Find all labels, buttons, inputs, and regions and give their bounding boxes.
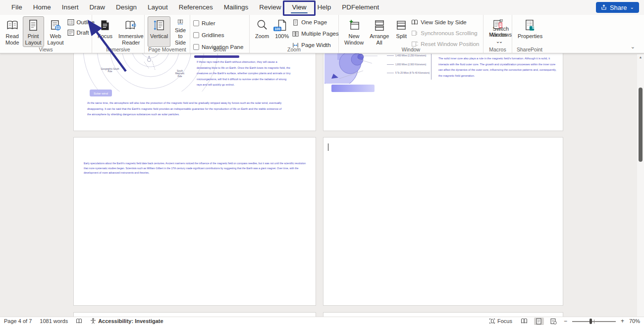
share-caret-icon xyxy=(630,4,634,11)
web-layout-label: Web Layout xyxy=(48,33,64,46)
draft-label: Draft xyxy=(77,30,89,36)
share-button[interactable]: Share xyxy=(596,2,639,13)
page-indicator[interactable]: Page 4 of 7 xyxy=(4,318,32,324)
side-to-side-icon xyxy=(174,19,187,26)
read-mode-mini-icon xyxy=(521,318,528,324)
one-page-label: One Page xyxy=(301,19,327,25)
document-canvas[interactable]: Geographic South Pole South Magnetic Pol… xyxy=(0,53,637,317)
zoom-out-button[interactable] xyxy=(564,318,567,325)
print-layout-button[interactable]: Print Layout xyxy=(23,16,44,47)
document-page-6[interactable] xyxy=(323,312,563,317)
new-window-button[interactable]: New Window xyxy=(342,16,366,47)
proofing-status[interactable] xyxy=(76,318,82,324)
focus-label: Focus xyxy=(98,33,112,40)
ruler-label: Ruler xyxy=(202,20,215,26)
layer-label-row: 1,800 Miles (2,900 Kilometers) xyxy=(387,63,426,66)
tab-mailings[interactable]: Mailings xyxy=(218,0,254,15)
zoom-100-button[interactable]: 100 100% xyxy=(272,16,291,47)
properties-button[interactable]: S Properties xyxy=(515,16,545,47)
multiple-pages-icon xyxy=(292,31,299,37)
page3-paragraph: Early speculations about the Earth's mag… xyxy=(84,161,310,176)
zoom-in-button[interactable] xyxy=(621,318,624,325)
tab-review[interactable]: Review xyxy=(254,0,286,15)
document-page-5[interactable] xyxy=(73,312,316,317)
arrange-all-button[interactable]: Arrange All xyxy=(367,16,391,47)
layer-label-row: 5 To 25 Miles (8 To 40 Kilometers) xyxy=(387,72,429,74)
sharepoint-badge: S xyxy=(530,25,536,31)
web-layout-view-button[interactable] xyxy=(549,318,559,325)
read-mode-view-button[interactable] xyxy=(519,318,529,325)
tab-layout[interactable]: Layout xyxy=(142,0,173,15)
page-movement-group-label: Page Movement xyxy=(145,46,190,52)
synchronous-scrolling-icon xyxy=(411,30,418,37)
accessibility-person-icon xyxy=(90,318,96,324)
focus-button[interactable]: Focus xyxy=(95,16,115,47)
document-page-3[interactable]: Early speculations about the Earth's mag… xyxy=(73,137,316,306)
tab-pdfelement[interactable]: PDFelement xyxy=(336,0,384,15)
layer-label-2: 1,800 Miles (2,900 Kilometers) xyxy=(395,63,426,66)
one-page-button[interactable]: One Page xyxy=(292,18,338,27)
sharepoint-group-label: SharePoint xyxy=(512,46,547,52)
zoom-100-badge: 100 xyxy=(273,27,281,31)
earth-core-diagram xyxy=(324,53,381,84)
ribbon: Read Mode Print Layout Web Layout Outlin… xyxy=(0,15,644,53)
vertical-button[interactable]: Vertical xyxy=(148,16,170,47)
ribbon-collapse-chevron-icon[interactable] xyxy=(631,44,635,50)
immersive-reader-button[interactable]: Immersive Reader xyxy=(116,16,146,47)
focus-status-icon xyxy=(489,318,495,324)
split-icon xyxy=(395,19,408,32)
ribbon-group-macros: Macros Macros xyxy=(483,15,512,53)
macros-icon xyxy=(491,19,504,30)
draft-button[interactable]: Draft xyxy=(67,28,95,37)
web-layout-mini-icon xyxy=(550,318,557,325)
zoom-button[interactable]: Zoom xyxy=(253,16,271,47)
ribbon-group-immersive: Focus Immersive Reader Immersive xyxy=(92,15,145,53)
ribbon-group-window: New Window Arrange All Split View Side b… xyxy=(339,15,483,53)
tab-help[interactable]: Help xyxy=(312,0,337,15)
document-page-2[interactable]: 1,400 Miles (2,250 Kilometers) 1,800 Mil… xyxy=(323,53,563,131)
tab-home[interactable]: Home xyxy=(28,0,56,15)
document-page-1[interactable]: Geographic South Pole South Magnetic Pol… xyxy=(73,53,316,131)
gridlines-label: Gridlines xyxy=(202,32,224,38)
outline-button[interactable]: Outline xyxy=(67,18,95,27)
tab-references[interactable]: References xyxy=(173,0,218,15)
split-label: Split xyxy=(396,33,407,40)
scrollbar-up-arrow-icon[interactable] xyxy=(637,55,644,59)
tab-file[interactable]: File xyxy=(6,0,28,15)
accessibility-status[interactable]: Accessibility: Investigate xyxy=(90,318,163,324)
tab-draw[interactable]: Draw xyxy=(84,0,111,15)
zoom-group-label: Zoom xyxy=(250,46,338,52)
gridlines-checkbox[interactable]: Gridlines xyxy=(193,31,243,40)
side-to-side-button[interactable]: Side to Side xyxy=(171,16,189,47)
zoom-icon xyxy=(256,19,268,32)
synchronous-scrolling-button: Synchronous Scrolling xyxy=(411,29,479,38)
zoom-slider-thumb[interactable] xyxy=(590,319,592,324)
multiple-pages-button[interactable]: Multiple Pages xyxy=(292,29,338,38)
layer-label-3: 5 To 25 Miles (8 To 40 Kilometers) xyxy=(395,72,429,74)
macros-button[interactable]: Macros xyxy=(486,16,509,47)
read-mode-button[interactable]: Read Mode xyxy=(3,16,22,47)
split-button[interactable]: Split xyxy=(392,16,410,47)
outline-icon xyxy=(67,19,74,26)
word-count[interactable]: 1081 words xyxy=(40,318,68,324)
ribbon-group-views: Read Mode Print Layout Web Layout Outlin… xyxy=(0,15,92,53)
zoom-percentage[interactable]: 70% xyxy=(629,318,640,324)
focus-mode-button[interactable]: Focus xyxy=(489,318,512,324)
print-layout-mini-icon xyxy=(536,318,541,325)
zoom-slider[interactable] xyxy=(572,318,616,325)
immersive-reader-label: Immersive Reader xyxy=(118,33,144,46)
document-page-4[interactable] xyxy=(323,137,563,306)
tab-design[interactable]: Design xyxy=(110,0,142,15)
proofing-book-icon xyxy=(76,318,82,324)
vertical-scrollbar[interactable] xyxy=(637,54,644,317)
tab-insert[interactable]: Insert xyxy=(56,0,84,15)
view-side-by-side-button[interactable]: View Side by Side xyxy=(411,18,479,27)
web-layout-button[interactable]: Web Layout xyxy=(45,16,66,47)
print-layout-view-button[interactable] xyxy=(534,318,544,325)
ribbon-group-page-movement: Vertical Side to Side Page Movement xyxy=(145,15,190,53)
ruler-checkbox[interactable]: Ruler xyxy=(193,19,243,28)
scrollbar-thumb[interactable] xyxy=(639,88,643,162)
active-tab-underline xyxy=(291,12,307,14)
tab-view[interactable]: View xyxy=(286,0,312,15)
zoom-100-label: 100% xyxy=(275,33,289,40)
